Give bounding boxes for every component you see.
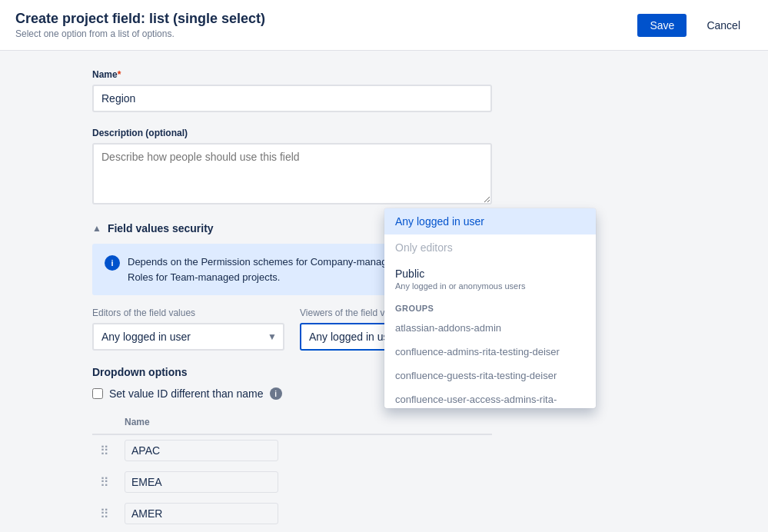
top-bar-left: Create project field: list (single selec… <box>15 11 265 39</box>
option-name-cell <box>117 434 492 467</box>
editors-select[interactable]: Any logged in user <box>92 323 284 351</box>
groups-section-label: GROUPS <box>384 298 596 316</box>
set-value-id-label[interactable]: Set value ID different than name <box>109 387 264 400</box>
dropdown-item-only-editors-label: Only editors <box>395 241 453 254</box>
table-header-row: Name <box>92 411 492 434</box>
option-name-cell <box>117 498 492 530</box>
dropdown-item-public-label: Public <box>395 268 585 280</box>
group-items: atlassian-addons-adminconfluence-admins-… <box>384 316 596 408</box>
info-icon: i <box>105 255 120 271</box>
table-row: ⠿ <box>92 434 492 467</box>
description-input[interactable] <box>92 143 492 204</box>
name-col-header: Name <box>117 411 492 434</box>
section-title: Field values security <box>108 222 214 234</box>
dropdown-group-item[interactable]: confluence-guests-rita-testing-deiser <box>384 364 596 387</box>
editors-col: Editors of the field values Any logged i… <box>92 308 284 351</box>
drag-handle-cell: ⠿ <box>92 467 117 498</box>
dropdown-item-any-logged[interactable]: Any logged in user <box>384 208 596 234</box>
drag-handle-icon[interactable]: ⠿ <box>100 476 109 489</box>
options-tbody: ⠿ ⠿ ⠿ <box>92 434 492 530</box>
description-group: Description (optional) <box>92 128 676 207</box>
set-value-id-checkbox[interactable] <box>92 388 103 399</box>
drag-col-header <box>92 411 117 434</box>
dropdown-item-public[interactable]: Public Any logged in or anonymous users <box>384 261 596 298</box>
dropdown-item-only-editors[interactable]: Only editors <box>384 234 596 261</box>
description-label: Description (optional) <box>92 128 676 138</box>
editors-label: Editors of the field values <box>92 308 284 318</box>
dropdown-scroll: Any logged in user Only editors Public A… <box>384 208 596 408</box>
name-group: Name* <box>92 69 676 112</box>
dropdown-group-item[interactable]: confluence-user-access-admins-rita- <box>384 387 596 408</box>
table-row: ⠿ <box>92 498 492 530</box>
option-name-input[interactable] <box>125 440 278 461</box>
dropdown-item-public-sub: Any logged in or anonymous users <box>395 281 585 291</box>
table-row: ⠿ <box>92 467 492 498</box>
required-indicator: * <box>118 69 121 80</box>
option-name-input[interactable] <box>125 503 278 524</box>
options-table: Name ⠿ ⠿ ⠿ <box>92 411 492 530</box>
name-label: Name* <box>92 69 676 80</box>
name-input[interactable] <box>92 85 492 112</box>
dropdown-group-item[interactable]: atlassian-addons-admin <box>384 316 596 340</box>
top-bar: Create project field: list (single selec… <box>0 0 768 51</box>
chevron-up-icon: ▲ <box>92 223 101 234</box>
option-name-input[interactable] <box>125 471 278 493</box>
page-subtitle: Select one option from a list of options… <box>15 28 265 39</box>
editors-select-wrapper: Any logged in user ▼ <box>92 323 284 351</box>
viewers-dropdown-popup: Any logged in user Only editors Public A… <box>384 208 596 408</box>
save-button[interactable]: Save <box>637 14 687 37</box>
option-name-cell <box>117 467 492 498</box>
drag-handle-cell: ⠿ <box>92 434 117 467</box>
dropdown-group-item[interactable]: confluence-admins-rita-testing-deiser <box>384 340 596 364</box>
top-bar-actions: Save Cancel <box>637 14 753 37</box>
drag-handle-icon[interactable]: ⠿ <box>100 444 109 457</box>
drag-handle-cell: ⠿ <box>92 498 117 530</box>
cancel-button[interactable]: Cancel <box>694 14 753 37</box>
checkbox-info-icon[interactable]: i <box>270 387 282 400</box>
dropdown-item-any-logged-label: Any logged in user <box>395 215 484 228</box>
page-title: Create project field: list (single selec… <box>15 11 265 27</box>
drag-handle-icon[interactable]: ⠿ <box>100 507 109 520</box>
